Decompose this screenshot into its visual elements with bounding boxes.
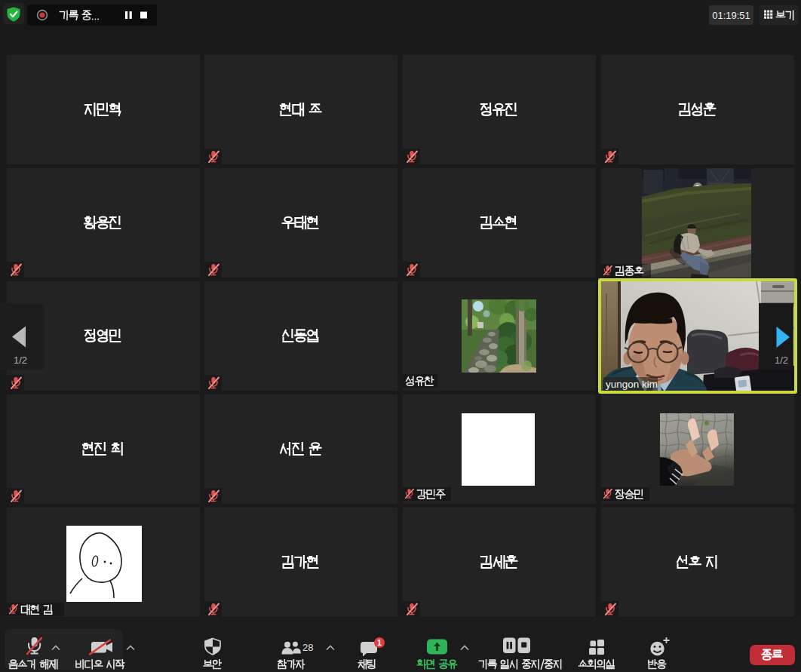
svg-text:1/2: 1/2: [14, 354, 27, 366]
svg-text:yungon kim: yungon kim: [606, 379, 658, 390]
svg-text:28: 28: [302, 642, 313, 653]
svg-text:01:19:51: 01:19:51: [712, 10, 750, 21]
svg-text:1/2: 1/2: [775, 354, 788, 366]
svg-text:1: 1: [377, 638, 382, 647]
